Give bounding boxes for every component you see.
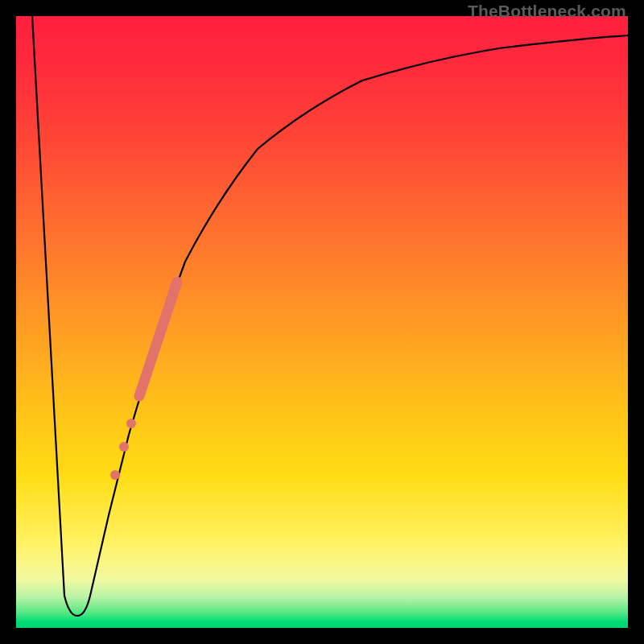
curve-svg (16, 16, 628, 628)
attribution-text: TheBottleneck.com (468, 2, 626, 21)
overlay-dot-1 (126, 419, 136, 428)
overlay-dot-3 (110, 470, 120, 480)
chart-container: TheBottleneck.com (0, 0, 644, 644)
overlay-dot-2 (119, 442, 129, 452)
plot-area (16, 16, 628, 628)
overlay-thick-segment (139, 282, 177, 396)
bottleneck-curve (32, 16, 628, 616)
